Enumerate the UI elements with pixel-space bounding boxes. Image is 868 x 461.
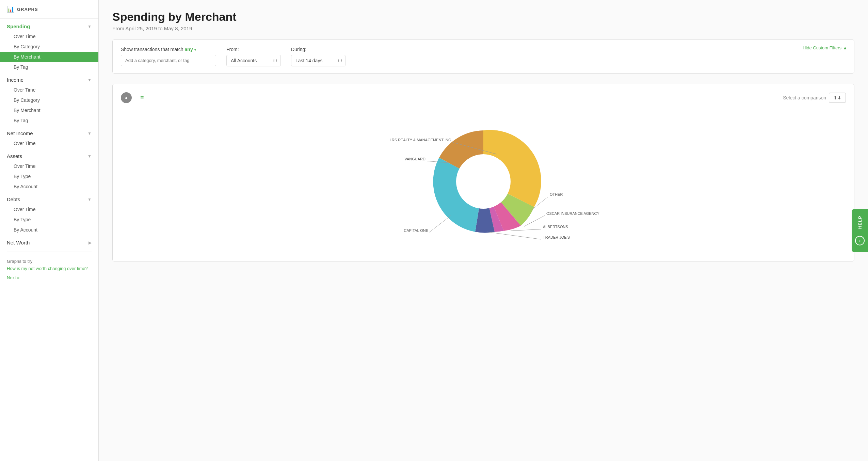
comparison-btn-arrow: ⬆⬇	[833, 95, 841, 100]
filter-match-group: Show transactions that match any ▾	[121, 47, 216, 66]
sidebar-item-spending-by-merchant[interactable]: By Merchant	[0, 52, 98, 62]
donut-hole	[456, 154, 511, 209]
filter-input[interactable]	[121, 55, 216, 66]
filter-during-select-wrapper: Last 14 days Last 30 days Last 90 days T…	[291, 55, 345, 66]
chart-tools-left: ● ≡	[121, 92, 144, 103]
albertsons-label: ALBERTSONS	[543, 225, 568, 229]
debts-items: Over Time By Type By Account	[0, 204, 98, 235]
sidebar-item-debts-over-time[interactable]: Over Time	[0, 204, 98, 214]
page-title: Spending by Merchant	[112, 10, 854, 23]
sidebar-divider	[7, 252, 92, 252]
filter-during-group: During: Last 14 days Last 30 days Last 9…	[291, 47, 345, 66]
match-arrow-icon: ▾	[194, 48, 196, 52]
other-label: OTHER	[550, 192, 563, 196]
assets-items: Over Time By Type By Account	[0, 161, 98, 192]
sort-icon[interactable]: ≡	[140, 94, 144, 101]
help-label: HELP	[857, 216, 863, 229]
filter-from-group: From: All Accounts Checking Savings Cred…	[226, 47, 281, 66]
net-income-section-header[interactable]: Net Income ▼	[0, 127, 98, 138]
sidebar-title: GRAPHS	[17, 7, 38, 12]
comparison-button[interactable]: ⬆⬇	[829, 93, 846, 103]
hide-filters-label: Hide Custom Filters	[803, 45, 841, 50]
sidebar-item-assets-by-account[interactable]: By Account	[0, 181, 98, 192]
assets-arrow: ▼	[87, 154, 92, 159]
spending-items: Over Time By Category By Merchant By Tag	[0, 31, 98, 72]
hide-filters-icon: ▲	[843, 45, 847, 50]
net-income-arrow: ▼	[87, 131, 92, 136]
filter-during-label: During:	[291, 47, 345, 52]
graphs-to-try: Graphs to try How is my net worth changi…	[0, 256, 98, 283]
sidebar: 📊 GRAPHS Spending ▼ Over Time By Categor…	[0, 0, 99, 461]
capital-one-label: CAPITAL ONE	[404, 228, 428, 233]
sidebar-item-income-by-tag[interactable]: By Tag	[0, 115, 98, 126]
net-income-label: Net Income	[7, 130, 33, 136]
graphs-to-try-title: Graphs to try	[7, 259, 92, 264]
comparison-label: Select a comparison	[783, 95, 826, 100]
sidebar-item-assets-over-time[interactable]: Over Time	[0, 161, 98, 171]
nav-section-spending: Spending ▼ Over Time By Category By Merc…	[0, 20, 98, 72]
albertsons-line	[511, 229, 541, 231]
net-worth-section-header[interactable]: Net Worth ▶	[0, 236, 98, 248]
graphs-icon: 📊	[7, 5, 14, 13]
pie-chart-button[interactable]: ●	[121, 92, 132, 103]
vanguard-label: VANGUARD	[404, 157, 425, 161]
sidebar-item-spending-by-tag[interactable]: By Tag	[0, 62, 98, 72]
sidebar-item-net-income-over-time[interactable]: Over Time	[0, 138, 98, 148]
capital-one-line	[429, 216, 451, 233]
assets-section-header[interactable]: Assets ▼	[0, 150, 98, 161]
help-arrow-icon: ›	[855, 236, 865, 245]
chart-area: ● ≡ Select a comparison ⬆⬇	[112, 84, 854, 261]
graphs-to-try-link[interactable]: How is my net worth changing over time?	[7, 266, 92, 271]
page-subtitle: From April 25, 2019 to May 8, 2019	[112, 26, 854, 31]
toolbar-divider	[136, 94, 136, 102]
sidebar-item-spending-by-category[interactable]: By Category	[0, 42, 98, 52]
sidebar-item-debts-by-type[interactable]: By Type	[0, 214, 98, 225]
filter-from-select-wrapper: All Accounts Checking Savings Credit Car…	[226, 55, 281, 66]
trader-joes-line	[487, 232, 541, 239]
nav-section-net-worth: Net Worth ▶	[0, 236, 98, 248]
help-panel[interactable]: HELP ›	[852, 209, 868, 252]
spending-arrow: ▼	[87, 24, 92, 29]
chart-container: LRS REALTY & MANAGEMENT INC OTHER OSCAR …	[121, 110, 846, 253]
hide-filters-link[interactable]: Hide Custom Filters ▲	[803, 45, 847, 50]
net-income-items: Over Time	[0, 138, 98, 148]
sidebar-header: 📊 GRAPHS	[0, 0, 98, 19]
debts-section-header[interactable]: Debts ▼	[0, 193, 98, 204]
lrs-realty-label: LRS REALTY & MANAGEMENT INC	[390, 138, 451, 142]
main-content: Spending by Merchant From April 25, 2019…	[99, 0, 868, 461]
sidebar-item-income-by-merchant[interactable]: By Merchant	[0, 105, 98, 115]
spending-label: Spending	[7, 23, 30, 29]
nav-section-income: Income ▼ Over Time By Category By Mercha…	[0, 74, 98, 126]
filter-during-select[interactable]: Last 14 days Last 30 days Last 90 days T…	[291, 55, 345, 66]
donut-chart-svg: LRS REALTY & MANAGEMENT INC OTHER OSCAR …	[330, 110, 637, 253]
nav-section-debts: Debts ▼ Over Time By Type By Account	[0, 193, 98, 235]
nav-section-assets: Assets ▼ Over Time By Type By Account	[0, 150, 98, 192]
sidebar-item-income-by-category[interactable]: By Category	[0, 95, 98, 105]
sidebar-item-spending-over-time[interactable]: Over Time	[0, 31, 98, 42]
sidebar-item-assets-by-type[interactable]: By Type	[0, 171, 98, 181]
filter-from-select[interactable]: All Accounts Checking Savings Credit Car…	[226, 55, 281, 66]
next-link[interactable]: Next »	[7, 275, 20, 280]
trader-joes-label: TRADER JOE'S	[543, 235, 570, 239]
income-items: Over Time By Category By Merchant By Tag	[0, 85, 98, 126]
spending-section-header[interactable]: Spending ▼	[0, 20, 98, 31]
sidebar-item-debts-by-account[interactable]: By Account	[0, 225, 98, 235]
debts-arrow: ▼	[87, 197, 92, 202]
match-type[interactable]: any	[185, 47, 193, 52]
filter-from-label: From:	[226, 47, 281, 52]
income-section-header[interactable]: Income ▼	[0, 74, 98, 85]
nav-section-net-income: Net Income ▼ Over Time	[0, 127, 98, 148]
income-arrow: ▼	[87, 78, 92, 82]
filter-match-label: Show transactions that match any ▾	[121, 47, 216, 52]
net-worth-arrow: ▶	[89, 240, 92, 245]
filter-bar: Show transactions that match any ▾ From:…	[112, 39, 854, 74]
net-worth-label: Net Worth	[7, 240, 30, 245]
comparison-wrapper: Select a comparison ⬆⬇	[783, 93, 846, 103]
assets-label: Assets	[7, 153, 22, 159]
income-label: Income	[7, 77, 23, 83]
debts-label: Debts	[7, 196, 20, 202]
chart-toolbar: ● ≡ Select a comparison ⬆⬇	[121, 92, 846, 103]
oscar-label: OSCAR INSURANCE AGENCY	[546, 211, 600, 216]
sidebar-item-income-over-time[interactable]: Over Time	[0, 85, 98, 95]
